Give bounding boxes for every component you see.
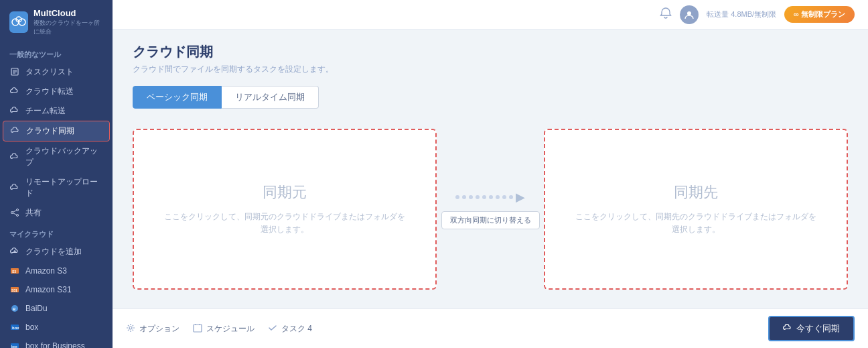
options-item[interactable]: オプション bbox=[126, 323, 179, 335]
svg-text:B: B bbox=[13, 307, 16, 311]
cloud-sync-label: クラウド同期 bbox=[26, 125, 74, 137]
page-title: クラウド同期 bbox=[133, 43, 848, 61]
task-label: タスク 4 bbox=[281, 323, 312, 335]
svg-text:S31: S31 bbox=[11, 288, 17, 292]
arrow-dots: ▶ bbox=[455, 190, 525, 205]
arrow-head-icon: ▶ bbox=[516, 190, 525, 205]
options-icon bbox=[126, 323, 135, 335]
box-label: box bbox=[25, 323, 38, 332]
sidebar-item-box-business[interactable]: box box for Business bbox=[0, 337, 113, 348]
amazon-s31-icon: S31 bbox=[9, 284, 20, 295]
general-tools-title: 一般的なツール bbox=[0, 43, 113, 62]
dot-9 bbox=[509, 195, 513, 199]
share-icon bbox=[9, 207, 20, 218]
baidu-icon: B bbox=[9, 303, 20, 314]
team-transfer-label: チーム転送 bbox=[25, 105, 66, 117]
bell-icon[interactable] bbox=[660, 7, 672, 22]
options-label: オプション bbox=[139, 323, 179, 335]
svg-point-10 bbox=[17, 215, 19, 217]
dot-1 bbox=[455, 195, 459, 199]
sidebar-item-task-list[interactable]: タスクリスト bbox=[0, 62, 113, 82]
task-item[interactable]: タスク 4 bbox=[268, 323, 312, 335]
tab-realtime[interactable]: リアルタイム同期 bbox=[222, 86, 319, 109]
source-panel-desc: ここをクリックして、同期元のクラウドドライブまたはフォルダを 選択します。 bbox=[164, 211, 405, 236]
main-area: 転送量 4.8MB/無制限 ∞ 無制限プラン クラウド同期 クラウド間でファイル… bbox=[113, 0, 868, 348]
content-area: クラウド同期 クラウド間でファイルを同期するタスクを設定します。 ベーシック同期… bbox=[113, 30, 868, 308]
add-cloud-icon bbox=[9, 246, 20, 257]
sidebar-item-cloud-sync[interactable]: クラウド同期 bbox=[3, 121, 110, 141]
remote-upload-icon bbox=[9, 182, 20, 193]
amazon-s3-icon: S3 bbox=[9, 266, 20, 276]
box-business-label: box for Business bbox=[25, 341, 85, 348]
cloud-backup-label: クラウドバックアップ bbox=[25, 146, 103, 168]
header: 転送量 4.8MB/無制限 ∞ 無制限プラン bbox=[113, 0, 868, 30]
sidebar-item-add-cloud[interactable]: クラウドを追加 bbox=[0, 242, 113, 262]
sidebar-item-remote-upload[interactable]: リモートアップロード bbox=[0, 172, 113, 203]
svg-line-11 bbox=[13, 211, 16, 212]
tab-basic[interactable]: ベーシック同期 bbox=[133, 86, 222, 109]
svg-line-12 bbox=[13, 213, 16, 215]
amazon-s31-label: Amazon S31 bbox=[25, 285, 72, 294]
amazon-s3-label: Amazon S3 bbox=[25, 266, 67, 276]
team-transfer-icon bbox=[9, 105, 20, 116]
dot-3 bbox=[469, 195, 473, 199]
sidebar-item-baidu[interactable]: B BaiDu bbox=[0, 299, 113, 318]
cloud-backup-icon bbox=[9, 152, 20, 162]
logo-name: MultCloud bbox=[33, 8, 103, 19]
baidu-label: BaiDu bbox=[25, 304, 48, 313]
user-avatar[interactable] bbox=[680, 5, 699, 24]
upgrade-button[interactable]: ∞ 無制限プラン bbox=[784, 6, 855, 23]
svg-point-8 bbox=[17, 209, 19, 211]
sync-now-button[interactable]: 今すぐ同期 bbox=[768, 316, 855, 341]
source-panel[interactable]: 同期元 ここをクリックして、同期元のクラウドドライブまたはフォルダを 選択します… bbox=[133, 129, 437, 290]
cloud-sync-icon bbox=[10, 125, 21, 136]
bidirectional-button[interactable]: 双方向同期に切り替える bbox=[441, 211, 540, 229]
svg-text:box: box bbox=[12, 326, 19, 330]
cloud-transfer-icon bbox=[9, 86, 20, 97]
box-icon: box bbox=[9, 322, 20, 333]
dot-2 bbox=[462, 195, 466, 199]
target-panel-title: 同期先 bbox=[674, 182, 718, 202]
svg-point-35 bbox=[687, 11, 691, 15]
dot-8 bbox=[502, 195, 506, 199]
sidebar-item-share[interactable]: 共有 bbox=[0, 203, 113, 223]
page-subtitle: クラウド間でファイルを同期するタスクを設定します。 bbox=[133, 64, 848, 75]
schedule-label: スケジュール bbox=[206, 323, 255, 335]
svg-point-36 bbox=[129, 327, 132, 329]
footer-left: オプション スケジュール タスク 4 bbox=[126, 323, 312, 335]
share-label: 共有 bbox=[25, 207, 42, 219]
task-list-label: タスクリスト bbox=[25, 66, 74, 78]
source-panel-title: 同期元 bbox=[263, 182, 307, 202]
schedule-icon bbox=[193, 323, 202, 335]
dot-4 bbox=[476, 195, 480, 199]
sidebar-item-box[interactable]: box box bbox=[0, 318, 113, 337]
task-icon bbox=[268, 323, 277, 335]
sync-now-label: 今すぐ同期 bbox=[796, 323, 840, 335]
sidebar-item-cloud-backup[interactable]: クラウドバックアップ bbox=[0, 141, 113, 172]
svg-rect-37 bbox=[194, 325, 202, 332]
footer: オプション スケジュール タスク 4 今すぐ同期 bbox=[113, 308, 868, 348]
target-panel-desc: ここをクリックして、同期先のクラウドドライブまたはフォルダを 選択します。 bbox=[575, 211, 816, 236]
remote-upload-label: リモートアップロード bbox=[25, 176, 103, 199]
target-panel[interactable]: 同期先 ここをクリックして、同期先のクラウドドライブまたはフォルダを 選択します… bbox=[544, 129, 848, 290]
sync-middle: ▶ 双方向同期に切り替える bbox=[437, 190, 544, 229]
svg-text:S3: S3 bbox=[12, 270, 16, 274]
dot-6 bbox=[489, 195, 493, 199]
cloud-transfer-label: クラウド転送 bbox=[25, 86, 74, 97]
dot-7 bbox=[496, 195, 500, 199]
sidebar-item-amazon-s3[interactable]: S3 Amazon S3 bbox=[0, 262, 113, 280]
mycloud-title: マイクラウド bbox=[0, 223, 113, 242]
sidebar-item-amazon-s31[interactable]: S31 Amazon S31 bbox=[0, 280, 113, 299]
task-list-icon bbox=[9, 66, 20, 77]
sidebar-item-cloud-transfer[interactable]: クラウド転送 bbox=[0, 82, 113, 101]
tab-bar: ベーシック同期 リアルタイム同期 bbox=[133, 86, 848, 109]
logo-icon bbox=[9, 11, 28, 33]
sidebar-item-team-transfer[interactable]: チーム転送 bbox=[0, 101, 113, 121]
sidebar: MultCloud 複数のクラウドを一ヶ所に統合 一般的なツール タスクリスト … bbox=[0, 0, 113, 348]
schedule-item[interactable]: スケジュール bbox=[193, 323, 255, 335]
sync-now-icon bbox=[783, 323, 792, 335]
logo: MultCloud 複数のクラウドを一ヶ所に統合 bbox=[0, 0, 113, 43]
transfer-info: 転送量 4.8MB/無制限 bbox=[707, 9, 776, 19]
dot-5 bbox=[482, 195, 486, 199]
sync-panels: 同期元 ここをクリックして、同期元のクラウドドライブまたはフォルダを 選択します… bbox=[133, 122, 848, 296]
